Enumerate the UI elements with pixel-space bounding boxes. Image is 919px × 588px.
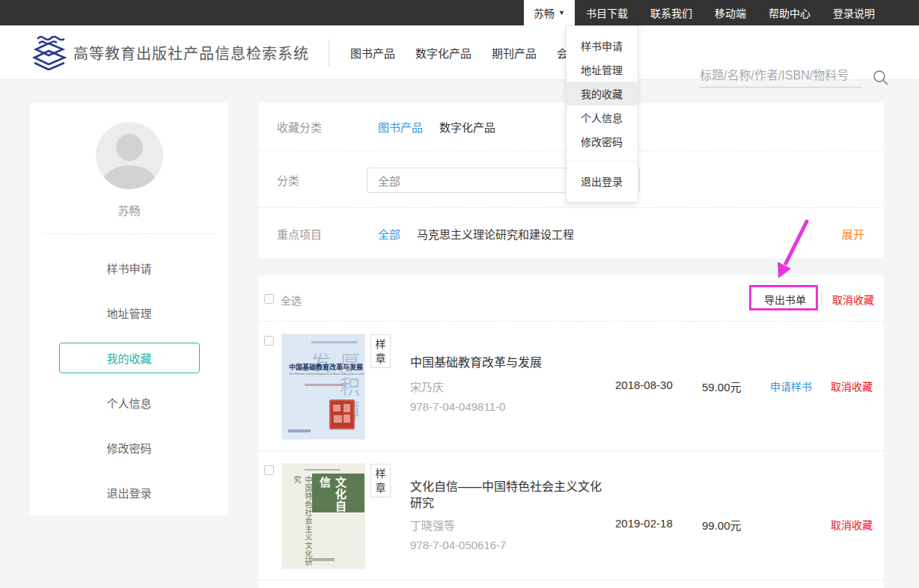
filter-row-key-projects: 重点项目 全部 马克思主义理论研究和建设工程 展开 bbox=[258, 208, 884, 258]
book-author: 丁晓强等 bbox=[410, 517, 455, 533]
category-option-books[interactable]: 图书产品 bbox=[378, 119, 423, 135]
topbar-item-booklist-download[interactable]: 书目下载 bbox=[575, 0, 639, 25]
avatar-body-shape bbox=[103, 165, 156, 189]
nav-journal-products[interactable]: 期刊产品 bbox=[492, 45, 537, 61]
search-icon[interactable] bbox=[872, 69, 889, 86]
header: 高等教育出版社产品信息检索系统 图书产品 数字化产品 期刊产品 会议信息 bbox=[0, 25, 919, 80]
cover-decor-line bbox=[311, 341, 358, 343]
topbar: 苏畅 ▼ 书目下载 联系我们 移动端 帮助中心 登录说明 bbox=[0, 0, 919, 25]
book-checkbox[interactable] bbox=[264, 465, 274, 475]
cover-green-panel: 文化自信 bbox=[312, 474, 364, 512]
topbar-item-login-help[interactable]: 登录说明 bbox=[822, 0, 886, 25]
book-title[interactable]: 中国基础教育改革与发展 bbox=[410, 355, 542, 371]
cover-author-line bbox=[305, 384, 344, 386]
sidebar-item-sample-request[interactable]: 样书申请 bbox=[30, 245, 228, 290]
menu-item-address-management[interactable]: 地址管理 bbox=[567, 58, 638, 82]
cover-main-title: 文化自信 bbox=[317, 477, 348, 512]
menu-item-logout[interactable]: 退出登录 bbox=[567, 169, 638, 193]
category-label: 收藏分类 bbox=[277, 119, 322, 135]
topbar-item-contact-us[interactable]: 联系我们 bbox=[639, 0, 703, 25]
cover-subtitle: The Reform and Development of Basic Educ… bbox=[289, 372, 364, 376]
main-nav: 图书产品 数字化产品 期刊产品 会议信息 bbox=[350, 45, 602, 61]
publisher-mark bbox=[288, 429, 311, 432]
nav-book-products[interactable]: 图书产品 bbox=[350, 45, 395, 61]
sidebar-username: 苏畅 bbox=[30, 202, 228, 218]
book-price: 59.00元 bbox=[702, 379, 742, 394]
menu-item-my-favorites[interactable]: 我的收藏 bbox=[567, 82, 638, 105]
seal-stamp bbox=[329, 399, 355, 429]
cancel-favorite-bulk-button[interactable]: 取消收藏 bbox=[832, 292, 874, 307]
search-box bbox=[698, 67, 889, 88]
book-cover[interactable]: 文化自信 中国特色社会主义文化研究 bbox=[282, 464, 364, 569]
favorites-list: 全选 导出书单 取消收藏 厚积薄发 中国基础教育改革与发展 The Reform… bbox=[258, 275, 884, 588]
sample-chapter-badge: 样章 bbox=[370, 334, 391, 368]
book-title[interactable]: 文化自信——中国特色社会主义文化研究 bbox=[410, 479, 612, 512]
cover-decor-line bbox=[305, 469, 341, 471]
key-project-label: 重点项目 bbox=[277, 225, 322, 241]
search-input[interactable] bbox=[698, 67, 861, 88]
menu-item-sample-request[interactable]: 样书申请 bbox=[567, 34, 638, 58]
topbar-item-mobile[interactable]: 移动端 bbox=[703, 0, 757, 25]
book-isbn: 978-7-04-049811-0 bbox=[410, 400, 505, 413]
user-name: 苏畅 bbox=[534, 5, 555, 20]
book-isbn: 978-7-04-050616-7 bbox=[410, 539, 506, 551]
class-label: 分类 bbox=[277, 171, 299, 187]
sample-chapter-badge: 样章 bbox=[370, 464, 391, 497]
cancel-favorite-button[interactable]: 取消收藏 bbox=[831, 379, 873, 393]
export-booklist-button[interactable]: 导出书单 bbox=[754, 292, 816, 307]
nav-digital-products[interactable]: 数字化产品 bbox=[415, 45, 471, 61]
book-cover[interactable]: 厚积薄发 中国基础教育改革与发展 The Reform and Developm… bbox=[282, 334, 364, 439]
page-title: 高等教育出版社产品信息检索系统 bbox=[73, 42, 309, 64]
list-header-actions: 导出书单 取消收藏 bbox=[754, 292, 874, 307]
hep-logo-icon bbox=[30, 34, 67, 70]
sidebar: 苏畅 样书申请 地址管理 我的收藏 个人信息 修改密码 退出登录 bbox=[30, 102, 228, 515]
sidebar-divider bbox=[45, 233, 213, 234]
avatar bbox=[96, 122, 163, 189]
user-menu-button[interactable]: 苏畅 ▼ bbox=[524, 0, 575, 25]
sidebar-item-my-favorites[interactable]: 我的收藏 bbox=[30, 335, 228, 380]
menu-divider bbox=[567, 161, 638, 162]
menu-item-personal-info[interactable]: 个人信息 bbox=[567, 105, 638, 129]
header-divider bbox=[329, 39, 329, 66]
publisher-mark bbox=[312, 558, 335, 561]
page: 苏畅 ▼ 书目下载 联系我们 移动端 帮助中心 登录说明 高等教育出版社产品信息… bbox=[0, 0, 919, 588]
list-header: 全选 导出书单 取消收藏 bbox=[258, 275, 884, 322]
select-all-checkbox[interactable] bbox=[264, 294, 274, 304]
select-all-label: 全选 bbox=[281, 293, 302, 307]
project-option-all[interactable]: 全部 bbox=[378, 225, 400, 241]
cancel-favorite-button[interactable]: 取消收藏 bbox=[831, 517, 873, 532]
book-row: 文化自信 中国特色社会主义文化研究 样章 文化自信——中国特色社会主义文化研究 … bbox=[258, 451, 884, 581]
apply-sample-button[interactable]: 申请样书 bbox=[770, 379, 812, 393]
sidebar-item-personal-info[interactable]: 个人信息 bbox=[30, 380, 228, 425]
sidebar-item-change-password[interactable]: 修改密码 bbox=[30, 425, 228, 470]
category-option-digital[interactable]: 数字化产品 bbox=[439, 119, 495, 135]
avatar-head-shape bbox=[116, 134, 143, 161]
book-price: 99.00元 bbox=[702, 517, 742, 533]
book-row: 厚积薄发 中国基础教育改革与发展 The Reform and Developm… bbox=[258, 322, 884, 451]
book-author: 宋乃庆 bbox=[410, 379, 444, 394]
caret-down-icon: ▼ bbox=[558, 9, 565, 16]
sidebar-item-address-management[interactable]: 地址管理 bbox=[30, 290, 228, 335]
book-date: 2018-08-30 bbox=[615, 379, 673, 391]
cover-side-title: 中国特色社会主义文化研究 bbox=[291, 476, 314, 569]
actions-divider bbox=[821, 293, 822, 305]
cover-title: 中国基础教育改革与发展 bbox=[289, 362, 363, 372]
menu-item-change-password[interactable]: 修改密码 bbox=[567, 129, 638, 153]
sidebar-item-logout[interactable]: 退出登录 bbox=[30, 470, 228, 515]
expand-link[interactable]: 展开 bbox=[842, 225, 864, 241]
book-date: 2019-02-18 bbox=[615, 517, 673, 530]
topbar-menu: 苏畅 ▼ 书目下载 联系我们 移动端 帮助中心 登录说明 bbox=[524, 0, 919, 25]
topbar-item-help-center[interactable]: 帮助中心 bbox=[757, 0, 822, 25]
sidebar-menu: 样书申请 地址管理 我的收藏 个人信息 修改密码 退出登录 bbox=[30, 245, 228, 515]
user-dropdown-menu: 样书申请 地址管理 我的收藏 个人信息 修改密码 退出登录 bbox=[566, 25, 638, 203]
book-checkbox[interactable] bbox=[264, 336, 274, 346]
project-option-marxism[interactable]: 马克思主义理论研究和建设工程 bbox=[417, 225, 574, 241]
